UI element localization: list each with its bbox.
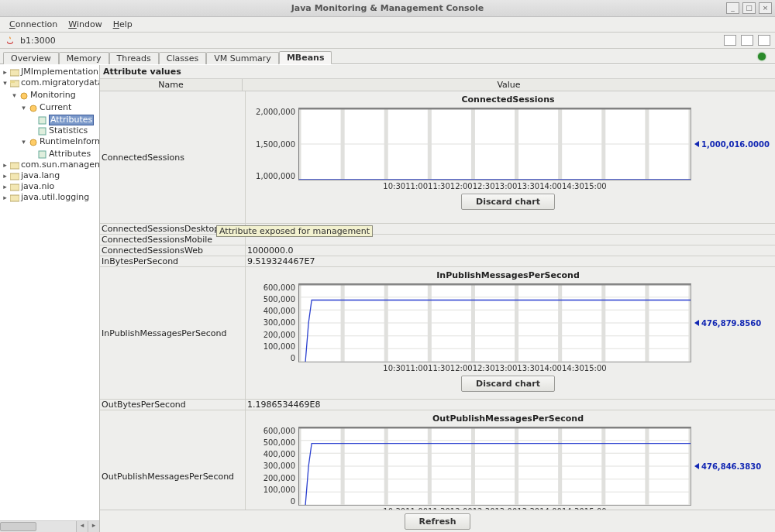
tree-item[interactable]: RuntimeInforma xyxy=(40,136,99,147)
y-axis: 2,000,000 1,500,000 1,000,000 xyxy=(247,108,298,180)
bean-icon xyxy=(29,104,38,112)
svg-rect-10 xyxy=(10,173,19,180)
footer: Refresh xyxy=(100,510,775,532)
plot-area[interactable] xyxy=(298,427,691,506)
tree-item[interactable]: Monitoring xyxy=(30,90,76,101)
connection-title: b1:3000 xyxy=(20,36,56,46)
window-controls: _ □ × xyxy=(726,2,772,14)
y-axis: 600,000500,000400,000300,000200,000100,0… xyxy=(247,283,298,362)
main-tabs: Overview Memory Threads Classes VM Summa… xyxy=(0,49,775,64)
x-axis: 10:3011:0011:3012:0012:3013:0013:3014:00… xyxy=(383,364,606,372)
current-value-label: 1,000,016.0000 xyxy=(691,108,769,180)
tab-classes[interactable]: Classes xyxy=(159,52,206,64)
app-window: Java Monitoring & Management Console _ □… xyxy=(0,0,775,532)
tree-item[interactable]: JMImplementation xyxy=(21,67,98,77)
tree-item[interactable]: java.nio xyxy=(21,181,54,192)
tree-item[interactable]: java.util.logging xyxy=(21,192,89,203)
chart-title: OutPublishMessagesPerSecond xyxy=(432,414,584,424)
attributes-icon xyxy=(38,150,47,159)
tree-item[interactable]: Current xyxy=(40,102,71,113)
arrow-left-icon xyxy=(694,463,699,469)
tree-item[interactable]: java.lang xyxy=(21,170,60,181)
attribute-value[interactable]: 9.519324467E7 xyxy=(246,256,775,266)
plot-area[interactable] xyxy=(298,283,691,362)
svg-rect-2 xyxy=(10,81,15,83)
attribute-name: ConnectedSessions xyxy=(100,91,246,223)
attributes-icon xyxy=(38,127,47,136)
folder-icon xyxy=(10,68,19,77)
tooltip: Attribute exposed for management xyxy=(216,225,373,237)
svg-rect-5 xyxy=(39,117,46,124)
attribute-value[interactable]: 1000000.0 xyxy=(246,245,775,256)
tab-memory[interactable]: Memory xyxy=(59,52,109,64)
table-row: OutPublishMessagesPerSecond OutPublishMe… xyxy=(100,410,775,510)
connection-status-icon xyxy=(758,53,766,60)
content-area: ▸JMImplementation ▾com.migratorydata ▾Mo… xyxy=(0,64,775,532)
menu-window[interactable]: Window xyxy=(64,19,106,30)
chart-title: InPublishMessagesPerSecond xyxy=(436,270,580,280)
tab-overview[interactable]: Overview xyxy=(3,52,59,64)
close-button[interactable]: × xyxy=(759,2,772,14)
menu-help[interactable]: Help xyxy=(108,19,137,30)
attribute-name: InPublishMessagesPerSecond xyxy=(100,267,246,399)
svg-rect-11 xyxy=(10,184,19,190)
inner-window-bar: b1:3000 xyxy=(0,33,775,49)
menubar: Connection Window Help xyxy=(0,17,775,33)
inner-close-icon[interactable] xyxy=(758,35,770,46)
folder-icon xyxy=(10,161,19,170)
y-axis: 600,000500,000400,000300,000200,000100,0… xyxy=(247,427,298,506)
attribute-name: ConnectedSessionsWeb xyxy=(100,245,246,256)
inner-minimize-icon[interactable] xyxy=(724,35,736,46)
tree-item[interactable]: com.sun.managem xyxy=(21,160,99,170)
column-header-name[interactable]: Name xyxy=(100,79,243,91)
attribute-value[interactable]: 1.1986534469E8 xyxy=(246,400,775,410)
discard-chart-button[interactable]: Discard chart xyxy=(461,376,555,392)
menu-connection[interactable]: Connection xyxy=(5,19,62,30)
inner-window-controls xyxy=(724,35,770,46)
folder-icon xyxy=(10,183,19,191)
minimize-button[interactable]: _ xyxy=(726,2,739,14)
tree-item-attributes[interactable]: Attributes xyxy=(49,115,94,125)
menu-window-label: indow xyxy=(77,19,102,29)
attribute-table-body[interactable]: ConnectedSessions ConnectedSessions 2,00… xyxy=(100,91,775,510)
table-row: ConnectedSessions ConnectedSessions 2,00… xyxy=(100,91,775,224)
tree-horizontal-scrollbar[interactable]: ◂▸ xyxy=(0,520,99,532)
table-row: InBytesPerSecond 9.519324467E7 xyxy=(100,256,775,267)
inner-restore-icon[interactable] xyxy=(741,35,753,46)
tab-vm-summary[interactable]: VM Summary xyxy=(206,52,279,64)
titlebar: Java Monitoring & Management Console _ □… xyxy=(0,0,775,17)
svg-rect-12 xyxy=(10,195,19,201)
menu-help-label: elp xyxy=(119,19,133,29)
attributes-icon xyxy=(38,116,47,125)
attribute-name: InBytesPerSecond xyxy=(100,256,246,266)
folder-icon xyxy=(10,194,19,202)
table-row: ConnectedSessionsMobile xyxy=(100,235,775,245)
mbean-tree[interactable]: ▸JMImplementation ▾com.migratorydata ▾Mo… xyxy=(0,65,99,520)
maximize-button[interactable]: □ xyxy=(742,2,756,14)
svg-point-3 xyxy=(21,93,27,99)
menu-connection-label: onnection xyxy=(16,19,58,29)
chart-connected-sessions: ConnectedSessions 2,000,000 1,500,000 1,… xyxy=(247,93,769,210)
section-title: Attribute values xyxy=(100,65,775,79)
tree-item[interactable]: Attributes xyxy=(49,149,91,160)
tab-threads[interactable]: Threads xyxy=(109,52,159,64)
attribute-name: OutPublishMessagesPerSecond xyxy=(100,410,246,510)
arrow-left-icon xyxy=(694,320,699,326)
chart-out-publish: OutPublishMessagesPerSecond 600,000500,0… xyxy=(247,412,769,510)
tree-item[interactable]: com.migratorydata xyxy=(21,77,99,88)
tree-item[interactable]: Statistics xyxy=(49,125,88,136)
tab-mbeans[interactable]: MBeans xyxy=(279,51,332,64)
refresh-button[interactable]: Refresh xyxy=(405,513,471,530)
column-header-value[interactable]: Value xyxy=(243,79,775,91)
discard-chart-button[interactable]: Discard chart xyxy=(461,194,555,210)
table-row: ConnectedSessionsWeb 1000000.0 xyxy=(100,245,775,256)
plot-area[interactable] xyxy=(298,108,691,180)
x-axis: 10:3011:0011:3012:0012:3013:0013:3014:00… xyxy=(383,182,606,190)
mbean-tree-pane: ▸JMImplementation ▾com.migratorydata ▾Mo… xyxy=(0,65,100,532)
current-value-label: 476,879.8560 xyxy=(691,283,769,362)
svg-point-4 xyxy=(30,105,36,112)
attribute-pane: Attribute values Name Value ConnectedSes… xyxy=(100,65,775,532)
chart-in-publish: InPublishMessagesPerSecond 600,000500,00… xyxy=(247,269,769,392)
java-icon xyxy=(5,35,16,46)
svg-rect-6 xyxy=(39,128,46,135)
